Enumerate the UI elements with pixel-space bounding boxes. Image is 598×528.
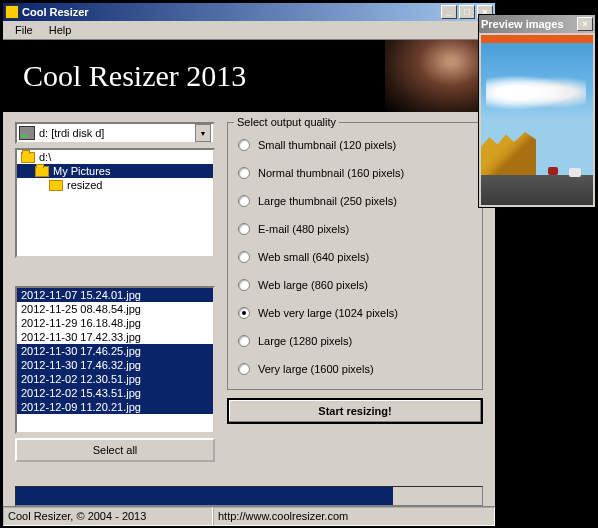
- titlebar[interactable]: Cool Resizer _ □ ×: [3, 3, 495, 21]
- quality-label: Large (1280 pixels): [258, 335, 352, 347]
- radio-icon[interactable]: [238, 251, 250, 263]
- quality-option[interactable]: Very large (1600 pixels): [238, 355, 472, 383]
- chevron-down-icon[interactable]: ▼: [195, 124, 211, 142]
- drive-icon: [19, 126, 35, 140]
- quality-label: Web small (640 pixels): [258, 251, 369, 263]
- progress-fill: [16, 487, 393, 505]
- quality-label: Web large (860 pixels): [258, 279, 368, 291]
- minimize-button[interactable]: _: [441, 5, 457, 19]
- radio-icon[interactable]: [238, 279, 250, 291]
- quality-label: Large thumbnail (250 pixels): [258, 195, 397, 207]
- radio-icon[interactable]: [238, 363, 250, 375]
- quality-option[interactable]: Small thumbnail (120 pixels): [238, 131, 472, 159]
- file-item[interactable]: 2012-11-07 15.24.01.jpg: [17, 288, 213, 302]
- select-all-button[interactable]: Select all: [15, 438, 215, 462]
- preview-image: [481, 35, 593, 205]
- radio-icon[interactable]: [238, 223, 250, 235]
- quality-option[interactable]: Web very large (1024 pixels): [238, 299, 472, 327]
- progress-bar: [15, 486, 483, 506]
- radio-icon[interactable]: [238, 139, 250, 151]
- quality-option[interactable]: Large thumbnail (250 pixels): [238, 187, 472, 215]
- file-item[interactable]: 2012-12-02 15.43.51.jpg: [17, 386, 213, 400]
- quality-option[interactable]: Web small (640 pixels): [238, 243, 472, 271]
- quality-option[interactable]: Normal thumbnail (160 pixels): [238, 159, 472, 187]
- status-url[interactable]: http://www.coolresizer.com: [213, 507, 495, 526]
- folder-label: My Pictures: [53, 165, 110, 177]
- radio-icon[interactable]: [238, 335, 250, 347]
- folder-label: d:\: [39, 151, 51, 163]
- file-list[interactable]: 2012-11-07 15.24.01.jpg2012-11-25 08.48.…: [15, 286, 215, 434]
- banner: Cool Resizer 2013: [3, 40, 495, 112]
- radio-icon[interactable]: [238, 167, 250, 179]
- file-item[interactable]: 2012-11-30 17.46.32.jpg: [17, 358, 213, 372]
- main-window: Cool Resizer _ □ × File Help Cool Resize…: [2, 2, 496, 526]
- select-all-label: Select all: [93, 444, 138, 456]
- drive-selector[interactable]: d: [trdi disk d] ▼: [15, 122, 215, 144]
- statusbar: Cool Resizer, © 2004 - 2013 http://www.c…: [3, 506, 495, 525]
- window-title: Cool Resizer: [22, 6, 441, 18]
- drive-label: d: [trdi disk d]: [39, 127, 195, 139]
- preview-titlebar[interactable]: Preview images ×: [479, 15, 595, 33]
- preview-title: Preview images: [481, 18, 577, 30]
- quality-legend: Select output quality: [234, 116, 339, 128]
- start-label: Start resizing!: [318, 405, 391, 417]
- radio-icon[interactable]: [238, 195, 250, 207]
- tree-root[interactable]: d:\: [17, 150, 213, 164]
- status-copyright: Cool Resizer, © 2004 - 2013: [3, 507, 213, 526]
- quality-label: Very large (1600 pixels): [258, 363, 374, 375]
- tree-folder-pictures[interactable]: My Pictures: [17, 164, 213, 178]
- folder-tree[interactable]: d:\ My Pictures resized: [15, 148, 215, 258]
- quality-label: Web very large (1024 pixels): [258, 307, 398, 319]
- preview-body: [479, 33, 595, 207]
- right-panel: Select output quality Small thumbnail (1…: [227, 122, 483, 462]
- file-item[interactable]: 2012-11-29 16.18.48.jpg: [17, 316, 213, 330]
- app-icon: [5, 5, 19, 19]
- file-item[interactable]: 2012-11-25 08.48.54.jpg: [17, 302, 213, 316]
- folder-icon: [49, 180, 63, 191]
- left-panel: d: [trdi disk d] ▼ d:\ My Pictures resiz…: [15, 122, 215, 462]
- start-resizing-button[interactable]: Start resizing!: [227, 398, 483, 424]
- quality-fieldset: Select output quality Small thumbnail (1…: [227, 122, 483, 390]
- maximize-button[interactable]: □: [459, 5, 475, 19]
- menubar: File Help: [3, 21, 495, 40]
- banner-title: Cool Resizer 2013: [3, 59, 246, 93]
- preview-close-button[interactable]: ×: [577, 17, 593, 31]
- quality-label: Normal thumbnail (160 pixels): [258, 167, 404, 179]
- menu-file[interactable]: File: [7, 22, 41, 38]
- radio-icon[interactable]: [238, 307, 250, 319]
- file-item[interactable]: 2012-11-30 17.42.33.jpg: [17, 330, 213, 344]
- file-item[interactable]: 2012-12-09 11.20.21.jpg: [17, 400, 213, 414]
- tree-folder-resized[interactable]: resized: [17, 178, 213, 192]
- quality-label: Small thumbnail (120 pixels): [258, 139, 396, 151]
- folder-label: resized: [67, 179, 102, 191]
- file-item[interactable]: 2012-12-02 12.30.51.jpg: [17, 372, 213, 386]
- folder-icon: [21, 152, 35, 163]
- menu-help[interactable]: Help: [41, 22, 80, 38]
- quality-label: E-mail (480 pixels): [258, 223, 349, 235]
- quality-option[interactable]: E-mail (480 pixels): [238, 215, 472, 243]
- quality-option[interactable]: Web large (860 pixels): [238, 271, 472, 299]
- quality-option[interactable]: Large (1280 pixels): [238, 327, 472, 355]
- preview-window[interactable]: Preview images ×: [478, 14, 596, 208]
- folder-icon: [35, 166, 49, 177]
- file-item[interactable]: 2012-11-30 17.46.25.jpg: [17, 344, 213, 358]
